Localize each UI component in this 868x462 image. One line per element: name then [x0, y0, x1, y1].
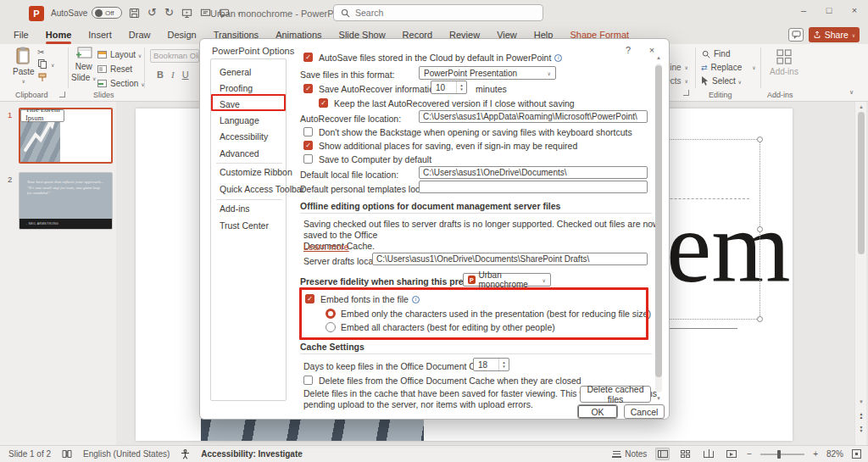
save-format-dropdown[interactable]: PowerPoint Presentation∨	[419, 66, 556, 80]
clipboard-dialog-launcher-icon[interactable]	[59, 92, 65, 97]
fidelity-presentation-dropdown[interactable]: PUrban monochrome ∨	[463, 273, 551, 287]
checkbox-autorecover[interactable]: ✓	[303, 84, 313, 93]
tab-design[interactable]: Design	[159, 26, 204, 43]
nav-customize-ribbon[interactable]: Customize Ribbon	[212, 167, 285, 177]
italic-button[interactable]: I	[171, 70, 175, 80]
zoom-in-button[interactable]: +	[813, 449, 818, 459]
spin-down-icon[interactable]: ▾	[460, 87, 463, 92]
nav-advanced[interactable]: Advanced	[212, 148, 285, 159]
ok-button[interactable]: OK	[577, 404, 618, 419]
undo-icon[interactable]: ↺	[147, 5, 157, 20]
tab-insert[interactable]: Insert	[80, 26, 120, 43]
scrollbar-thumb[interactable]	[858, 112, 865, 254]
server-drafts-input[interactable]	[372, 253, 648, 265]
notes-button[interactable]: Notes	[612, 449, 647, 459]
selection-handle[interactable]	[757, 316, 763, 322]
nav-proofing[interactable]: Proofing	[212, 83, 285, 93]
slide-1-thumbnail[interactable]: Title Lorem Ipsum	[19, 108, 113, 164]
format-painter-icon[interactable]	[38, 73, 47, 82]
autorecover-location-input[interactable]	[419, 110, 648, 123]
layout-button[interactable]: Layout ∨	[97, 50, 142, 59]
copy-chevron-icon[interactable]: ∨	[51, 62, 54, 68]
fit-slide-to-window-icon[interactable]	[852, 449, 861, 459]
tab-home[interactable]: Home	[37, 26, 81, 43]
zoom-slider[interactable]	[760, 454, 804, 455]
scroll-up-icon[interactable]: ▲	[855, 104, 867, 109]
checkbox-save-to-computer[interactable]	[303, 154, 313, 164]
radio-embed-all[interactable]	[326, 322, 336, 332]
zoom-level[interactable]: 82%	[826, 449, 843, 459]
slide-indicator[interactable]: Slide 1 of 2	[8, 449, 51, 459]
scroll-down-icon[interactable]: ▼	[654, 396, 663, 401]
dialog-scrollbar[interactable]: ▲ ▼	[654, 53, 663, 403]
share-button[interactable]: Share ∨	[809, 27, 860, 42]
language-indicator[interactable]: English (United States)	[83, 449, 170, 459]
replace-button[interactable]: ⇄ Replace ∨	[701, 63, 756, 72]
collapse-ribbon-chevron-icon[interactable]: ∨	[849, 89, 854, 96]
spell-check-icon[interactable]	[62, 449, 72, 459]
selection-handle[interactable]	[757, 226, 763, 232]
next-slide-button[interactable]: ▼▼	[855, 426, 867, 432]
radio-embed-only-used[interactable]	[326, 309, 336, 319]
delete-cached-files-button[interactable]: Delete cached files	[580, 386, 651, 403]
vertical-scrollbar[interactable]: ▲ ▼ ▲▲ ▼▼	[854, 102, 866, 445]
scrollbar-thumb[interactable]	[655, 65, 662, 377]
cut-icon[interactable]: ✂	[37, 47, 44, 57]
paste-button[interactable]: Paste ∨	[13, 47, 35, 84]
search-box[interactable]	[333, 4, 543, 21]
checkbox-autosave-cloud[interactable]: ✓	[303, 53, 313, 62]
dialog-help-button[interactable]: ?	[621, 45, 635, 55]
new-slide-button[interactable]: New Slide ∨	[71, 47, 96, 82]
checkbox-keep-last[interactable]: ✓	[319, 98, 328, 108]
start-slideshow-icon[interactable]	[181, 8, 192, 19]
autosave-toggle[interactable]: Off	[92, 7, 122, 19]
redo-icon[interactable]: ↻	[164, 5, 174, 20]
close-window-button[interactable]: ×	[846, 5, 863, 15]
cache-days-spinner[interactable]: 18 ▴▾	[473, 358, 509, 371]
underline-button[interactable]: U	[182, 70, 189, 80]
search-input[interactable]	[355, 8, 516, 18]
previous-slide-button[interactable]: ▲▲	[855, 412, 867, 419]
checkbox-delete-on-close[interactable]	[303, 376, 313, 385]
drawing-dialog-launcher-icon[interactable]	[683, 90, 689, 96]
scroll-up-icon[interactable]: ▲	[654, 55, 663, 60]
tab-file[interactable]: File	[5, 26, 37, 43]
nav-language[interactable]: Language	[212, 115, 285, 125]
add-ins-button[interactable]: Add-ins	[770, 48, 798, 76]
nav-quick-access-toolbar[interactable]: Quick Access Toolbar	[212, 184, 285, 194]
font-name-box[interactable]: Bookman Old S	[150, 49, 199, 63]
slide-2-thumbnail[interactable]: Your best quote that reflects your appro…	[19, 172, 113, 230]
slideshow-setup-icon[interactable]	[200, 8, 211, 19]
select-button[interactable]: Select ∨	[701, 76, 742, 86]
nav-general[interactable]: General	[212, 67, 285, 77]
default-templates-location-input[interactable]	[419, 181, 648, 193]
checkbox-show-additional-places[interactable]: ✓	[303, 141, 313, 150]
find-button[interactable]: Find	[702, 49, 730, 58]
nav-accessibility[interactable]: Accessibility	[212, 131, 285, 142]
reset-button[interactable]: Reset	[97, 64, 132, 74]
nav-add-ins[interactable]: Add-ins	[212, 203, 285, 214]
nav-save[interactable]: Save	[212, 99, 285, 109]
slide-sorter-view-button[interactable]	[678, 448, 693, 460]
zoom-out-button[interactable]: −	[747, 449, 752, 459]
zoom-slider-thumb[interactable]	[777, 450, 781, 459]
minimize-button[interactable]: –	[795, 5, 812, 15]
cancel-button[interactable]: Cancel	[624, 404, 665, 419]
section-button[interactable]: Section ∨	[97, 79, 145, 88]
save-icon[interactable]	[129, 8, 140, 19]
bold-button[interactable]: B	[157, 70, 164, 80]
scroll-down-icon[interactable]: ▼	[855, 399, 867, 404]
checkbox-embed-fonts[interactable]: ✓	[305, 294, 314, 303]
learn-more-link[interactable]: Learn more	[303, 242, 349, 252]
selection-handle[interactable]	[757, 136, 763, 142]
accessibility-status[interactable]: Accessibility: Investigate	[201, 449, 303, 459]
copy-icon[interactable]	[38, 59, 47, 69]
normal-view-button[interactable]	[655, 448, 670, 460]
spin-down-icon[interactable]: ▾	[503, 365, 505, 369]
reading-view-button[interactable]	[701, 448, 715, 460]
maximize-button[interactable]: □	[821, 5, 837, 15]
checkbox-dont-show-backstage[interactable]	[303, 127, 313, 136]
tab-draw[interactable]: Draw	[120, 26, 159, 43]
autorecover-minutes-spinner[interactable]: 10 ▴▾	[431, 81, 467, 94]
slideshow-view-button[interactable]	[724, 448, 738, 460]
